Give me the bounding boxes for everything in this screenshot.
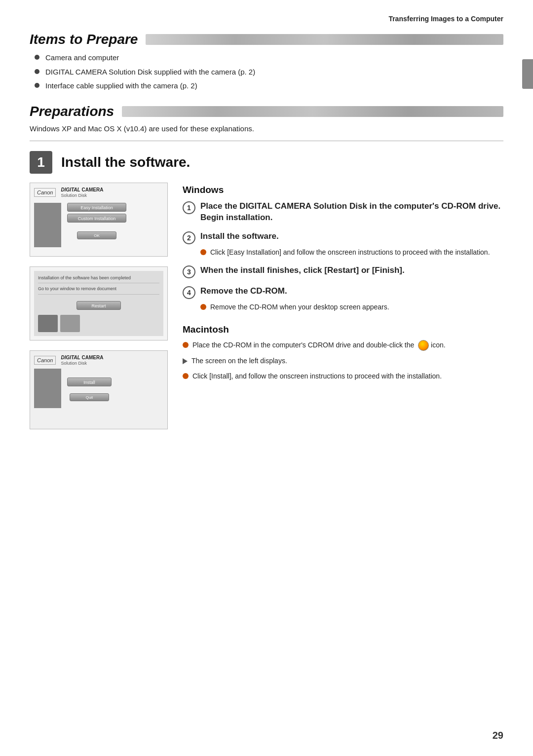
custom-installation-btn: Custom Installation (67, 214, 126, 223)
step-4-detail-text: Remove the CD-ROM when your desktop scre… (210, 302, 389, 312)
preparations-title: Preparations (30, 104, 114, 119)
digital-camera-text-mac: DIGITAL CAMERA Solution Disk (61, 355, 103, 366)
orange-bullet-mac-3 (183, 373, 189, 379)
mac-step-2-text: The screen on the left displays. (191, 356, 287, 366)
mac-step-2: The screen on the left displays. (183, 356, 503, 366)
step-2: 2 Install the software. (183, 230, 503, 244)
macintosh-section: Macintosh Place the CD-ROM in the comput… (183, 324, 503, 381)
items-to-prepare-section: Items to Prepare (30, 32, 503, 47)
bullet-icon (35, 83, 39, 88)
solution-disk-label: Solution Disk (61, 193, 103, 198)
screenshot-buttons: Easy Installation Custom Installation OK (65, 203, 126, 247)
screenshot-header-mac: Canon DIGITAL CAMERA Solution Disk (34, 355, 163, 366)
items-to-prepare-decoration (146, 34, 503, 45)
digital-text: DIGITAL (61, 187, 80, 192)
step-1-number: 1 (183, 201, 195, 214)
step-3-number: 3 (183, 265, 195, 278)
screenshot-restart: Installation of the software has been co… (30, 266, 168, 340)
bullet-icon (35, 55, 39, 60)
orange-bullet-icon (200, 249, 206, 255)
step-2-detail-text: Click [Easy Installation] and follow the… (210, 247, 490, 258)
page-number: 29 (493, 730, 503, 741)
sidebar-tab (522, 59, 533, 89)
main-content: Canon DIGITAL CAMERA Solution Disk Easy … (30, 183, 503, 429)
camera-text: CAMERA (81, 187, 103, 192)
ok-btn: OK (77, 231, 116, 239)
items-to-prepare-title: Items to Prepare (30, 32, 138, 47)
step-3: 3 When the install finishes, click [Rest… (183, 265, 503, 278)
list-item: Interface cable supplied with the camera… (35, 80, 503, 92)
thumb-img (60, 315, 80, 332)
solution-disk-label-mac: Solution Disk (61, 361, 103, 366)
step-1-block: 1 Place the DIGITAL CAMERA Solution Disk… (183, 200, 503, 224)
restart-row-1: Installation of the software has been co… (38, 275, 159, 284)
install-btn: Install (67, 378, 112, 386)
thumb-img (38, 315, 58, 332)
screenshot-mac-body: Install Quit (34, 369, 163, 408)
section-divider (30, 141, 503, 141)
page-header: Transferring Images to a Computer (30, 15, 503, 23)
step-3-block: 3 When the install finishes, click [Rest… (183, 265, 503, 278)
screenshot-image-area (34, 203, 61, 247)
orange-bullet-icon-4 (200, 304, 206, 310)
screenshot-body: Easy Installation Custom Installation OK (34, 203, 163, 247)
screenshot-mac-image (34, 369, 61, 408)
page-header-title: Transferring Images to a Computer (388, 15, 503, 23)
digital-text-mac: DIGITAL (61, 355, 80, 360)
mac-step-3-text: Click [Install], and follow the onscreen… (192, 371, 442, 381)
left-column: Canon DIGITAL CAMERA Solution Disk Easy … (30, 183, 168, 429)
items-list: Camera and computer DIGITAL CAMERA Solut… (30, 52, 503, 92)
install-step-number: 1 (30, 151, 52, 174)
camera-text-mac: CAMERA (81, 355, 103, 360)
right-column: Windows 1 Place the DIGITAL CAMERA Solut… (183, 183, 503, 429)
step-2-number: 2 (183, 231, 195, 244)
restart-btn: Restart (76, 301, 121, 310)
preparations-decoration (122, 106, 503, 117)
item-text: DIGITAL CAMERA Solution Disk supplied wi… (45, 67, 255, 78)
list-item: DIGITAL CAMERA Solution Disk supplied wi… (35, 67, 503, 78)
screenshot-mac: Canon DIGITAL CAMERA Solution Disk Insta… (30, 350, 168, 429)
mac-step-1-text: Place the CD-ROM in the computer's CDROM… (192, 340, 446, 351)
screenshot-windows-cd: Canon DIGITAL CAMERA Solution Disk Easy … (30, 183, 168, 257)
list-item: Camera and computer (35, 52, 503, 64)
step-4: 4 Remove the CD-ROM. (183, 285, 503, 299)
step-4-block: 4 Remove the CD-ROM. Remove the CD-ROM w… (183, 285, 503, 312)
step-1-text: Place the DIGITAL CAMERA Solution Disk i… (200, 200, 503, 224)
step-2-detail: Click [Easy Installation] and follow the… (200, 247, 503, 258)
canon-logo-mac: Canon (34, 356, 56, 365)
restart-row-2: Go to your window to remove document (38, 286, 159, 295)
step-3-text: When the install finishes, click [Restar… (200, 265, 405, 276)
step-1: 1 Place the DIGITAL CAMERA Solution Disk… (183, 200, 503, 224)
easy-installation-btn: Easy Installation (67, 203, 126, 212)
bullet-icon (35, 69, 39, 74)
item-text: Interface cable supplied with the camera… (45, 80, 197, 92)
mac-step-3: Click [Install], and follow the onscreen… (183, 371, 503, 381)
step-4-detail: Remove the CD-ROM when your desktop scre… (200, 302, 503, 312)
item-text: Camera and computer (45, 52, 119, 64)
canon-logo: Canon (34, 188, 56, 197)
preparations-description: Windows XP and Mac OS X (v10.4) are used… (30, 124, 503, 133)
mac-step-1: Place the CD-ROM in the computer's CDROM… (183, 340, 503, 351)
orange-bullet-mac-1 (183, 342, 189, 348)
macintosh-title: Macintosh (183, 324, 503, 335)
step-4-text: Remove the CD-ROM. (200, 285, 287, 297)
quit-btn: Quit (70, 393, 109, 401)
digital-camera-text: DIGITAL CAMERA Solution Disk (61, 187, 103, 198)
step-2-block: 2 Install the software. Click [Easy Inst… (183, 230, 503, 258)
preparations-section: Preparations (30, 104, 503, 119)
mac-icon (418, 340, 429, 351)
restart-inner: Installation of the software has been co… (34, 271, 163, 336)
step-2-text: Install the software. (200, 230, 279, 242)
install-header: 1 Install the software. (30, 151, 503, 174)
windows-title: Windows (183, 185, 503, 195)
screenshot-header: Canon DIGITAL CAMERA Solution Disk (34, 187, 163, 198)
mac-buttons: Install Quit (65, 369, 112, 408)
install-title: Install the software. (61, 154, 190, 170)
arrow-bullet-icon (183, 358, 188, 364)
step-4-number: 4 (183, 286, 195, 299)
